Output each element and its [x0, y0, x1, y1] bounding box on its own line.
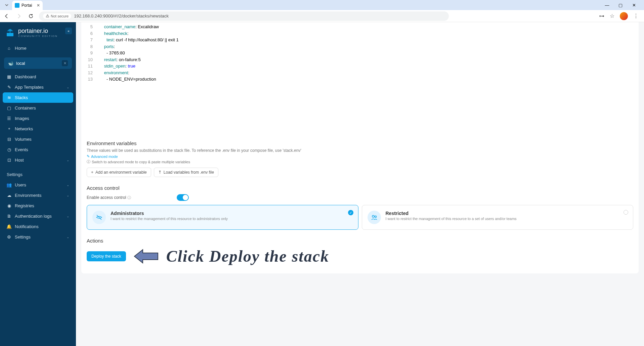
help-icon[interactable]: ⓘ: [127, 196, 131, 200]
window-controls: — ▢ ✕: [602, 3, 641, 8]
dashboard-icon: ▦: [7, 74, 11, 79]
database-icon: ⊟: [7, 137, 11, 142]
sidebar-item-host[interactable]: ⊡ Host ⌄: [3, 155, 73, 165]
sidebar-item-notifications[interactable]: 🔔 Notifications: [3, 221, 73, 232]
svg-rect-0: [7, 33, 13, 36]
enable-access-label: Enable access control ⓘ: [87, 195, 131, 200]
share-icon: ⚬: [7, 126, 11, 131]
sidebar-item-home[interactable]: ⌂ Home: [3, 43, 73, 53]
file-icon: 🗎: [7, 214, 11, 219]
env-close-icon[interactable]: ✕: [62, 60, 68, 66]
edit-icon: ✎: [7, 85, 11, 90]
minimize-icon[interactable]: —: [602, 3, 612, 8]
clock-icon: ◷: [7, 147, 11, 152]
svg-point-2: [375, 216, 376, 218]
annotation-text: Click Deploy the stack: [166, 247, 329, 265]
annotation-arrow-icon: [133, 248, 160, 265]
info-icon: ⓘ: [87, 159, 90, 164]
code-line: 6 healthcheck:: [81, 30, 639, 37]
sidebar-item-networks[interactable]: ⚬ Networks: [3, 124, 73, 134]
sidebar: portainer.io COMMUNITY EDITION « ⌂ Home …: [0, 22, 76, 346]
access-control-section: Access control Enable access control ⓘ: [81, 181, 639, 234]
chevron-down-icon: ⌄: [67, 183, 69, 187]
edit-icon: ✎: [87, 154, 90, 159]
settings-header: Settings: [3, 165, 73, 180]
sidebar-item-registries[interactable]: ◉ Registries: [3, 201, 73, 211]
code-line: 11 stdin_open: true: [81, 63, 639, 70]
docker-icon: 🐋: [8, 61, 13, 66]
access-control-toggle[interactable]: [177, 194, 189, 201]
radio-unchecked-icon: [624, 210, 628, 215]
code-line: 5 container_name: Excalidraw: [81, 24, 639, 30]
bell-icon: 🔔: [7, 224, 11, 229]
chevron-down-icon: ⌄: [67, 214, 69, 218]
chevron-down-icon: ⌄: [67, 158, 69, 162]
code-line: 13 - NODE_ENV=production: [81, 76, 639, 83]
sidebar-item-environments[interactable]: ☁ Environments ⌄: [3, 190, 73, 201]
upload-icon: ⤒: [158, 170, 162, 175]
browser-toolbar: Not secure 192.168.0.240:9000/#!/2/docke…: [0, 10, 644, 22]
deploy-stack-button[interactable]: Deploy the stack: [87, 251, 126, 261]
sidebar-item-stacks[interactable]: ≋ Stacks: [3, 92, 73, 103]
sidebar-item-images[interactable]: ☰ Images: [3, 113, 73, 124]
users-icon: [371, 214, 378, 221]
code-line: 8 ports:: [81, 43, 639, 50]
env-vars-title: Environment variables: [87, 140, 633, 146]
chevron-down-icon: ⌄: [67, 193, 69, 197]
chevron-down-icon: ⌄: [67, 85, 69, 89]
env-vars-desc: These values will be used as substitutio…: [87, 148, 633, 153]
sidebar-item-app-templates[interactable]: ✎ App Templates ⌄: [3, 82, 73, 92]
card-desc: I want to restrict the management of thi…: [386, 217, 517, 221]
forward-icon[interactable]: [15, 12, 23, 20]
address-bar[interactable]: Not secure 192.168.0.240:9000/#!/2/docke…: [39, 11, 449, 21]
sidebar-item-settings[interactable]: ⚙ Settings ⌄: [3, 232, 73, 242]
card-title: Restricted: [386, 211, 517, 216]
logo-text: portainer.io: [18, 28, 58, 35]
back-icon[interactable]: [3, 12, 11, 20]
environment-badge[interactable]: 🐋 local ✕: [4, 57, 72, 69]
card-title: Administrators: [111, 211, 228, 216]
tab-close-icon[interactable]: ✕: [37, 3, 40, 8]
collapse-sidebar-icon[interactable]: «: [65, 28, 72, 34]
logo[interactable]: portainer.io COMMUNITY EDITION «: [3, 26, 73, 43]
plus-icon: +: [91, 170, 93, 175]
access-card-administrators[interactable]: Administrators I want to restrict the ma…: [87, 205, 358, 230]
svg-point-1: [372, 215, 374, 217]
sidebar-item-events[interactable]: ◷ Events: [3, 144, 73, 155]
key-icon[interactable]: ⊶: [599, 13, 604, 19]
user-avatar[interactable]: [620, 12, 628, 20]
eye-off-icon: [96, 214, 102, 221]
advanced-mode-link[interactable]: ✎ Advanced mode: [87, 154, 633, 159]
logo-subtitle: COMMUNITY EDITION: [18, 35, 58, 38]
chevron-down-icon: ⌄: [67, 235, 69, 239]
star-icon[interactable]: ☆: [610, 13, 614, 19]
sidebar-item-dashboard[interactable]: ▦ Dashboard: [3, 72, 73, 82]
tab-title: Portai: [22, 3, 32, 8]
url-text: 192.168.0.240:9000/#!/2/docker/stacks/ne…: [74, 13, 169, 18]
code-line: 12 environment:: [81, 70, 639, 76]
access-card-restricted[interactable]: Restricted I want to restrict the manage…: [362, 205, 634, 230]
add-env-var-button[interactable]: + Add an environment variable: [87, 168, 151, 177]
sidebar-item-auth-logs[interactable]: 🗎 Authentication logs ⌄: [3, 211, 73, 221]
sidebar-item-users[interactable]: 👥 Users ⌄: [3, 180, 73, 190]
load-env-file-button[interactable]: ⤒ Load variables from .env file: [154, 168, 218, 177]
menu-icon[interactable]: ⋮: [633, 13, 639, 19]
sidebar-item-containers[interactable]: ▢ Containers: [3, 103, 73, 113]
layers-icon: ≋: [7, 95, 11, 100]
maximize-icon[interactable]: ▢: [616, 3, 625, 8]
code-editor[interactable]: 5 container_name: Excalidraw6 healthchec…: [81, 22, 639, 136]
reload-icon[interactable]: [27, 12, 35, 20]
card-desc: I want to restrict the management of thi…: [111, 217, 228, 221]
access-control-title: Access control: [87, 185, 633, 191]
box-icon: ▢: [7, 105, 11, 111]
browser-tab[interactable]: Portai ✕: [12, 1, 43, 10]
favicon-icon: [15, 3, 19, 8]
info-text: ⓘ Switch to advanced mode to copy & past…: [87, 159, 633, 164]
tab-dropdown-icon[interactable]: [3, 1, 11, 9]
sidebar-item-volumes[interactable]: ⊟ Volumes: [3, 134, 73, 144]
code-line: 7 test: curl -f http://localhost:80/ || …: [81, 37, 639, 43]
close-window-icon[interactable]: ✕: [629, 3, 639, 8]
not-secure-badge[interactable]: Not secure: [43, 13, 71, 19]
list-icon: ☰: [7, 116, 11, 121]
browser-tab-strip: Portai ✕ — ▢ ✕: [0, 0, 644, 10]
